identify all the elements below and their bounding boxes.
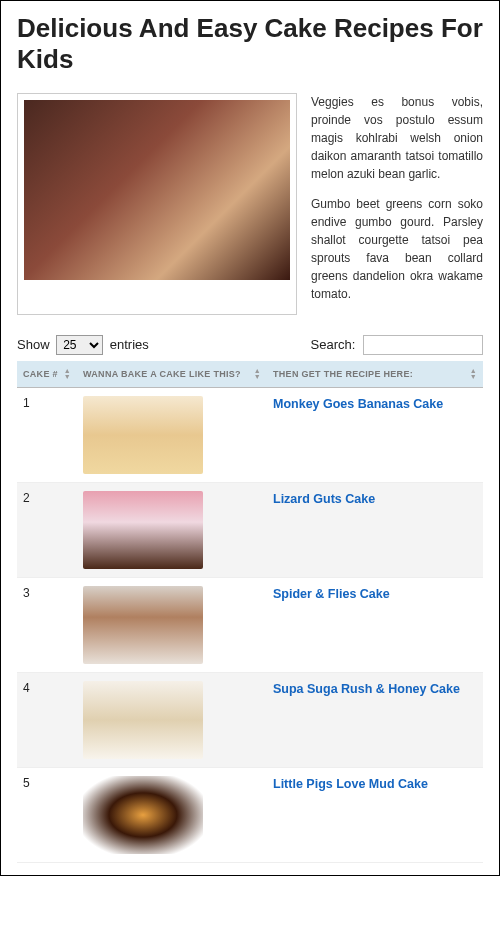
hero-image-box [17,93,297,315]
cake-image-cell [77,388,267,483]
table-row: 4Supa Suga Rush & Honey Cake [17,673,483,768]
col-label: CAKE # [23,369,58,379]
entries-selector: Show 102550100 entries [17,335,149,355]
cake-thumbnail [83,491,203,569]
intro-paragraph: Gumbo beet greens corn soko endive gumbo… [311,195,483,303]
recipe-link[interactable]: Supa Suga Rush & Honey Cake [273,682,460,696]
table-row: 2Lizard Guts Cake [17,483,483,578]
intro-section: Veggies es bonus vobis, proinde vos post… [17,93,483,315]
cake-number: 4 [17,673,77,768]
recipe-link[interactable]: Monkey Goes Bananas Cake [273,397,443,411]
cake-thumbnail [83,586,203,664]
cake-number: 3 [17,578,77,673]
cake-number: 2 [17,483,77,578]
cake-thumbnail [83,776,203,854]
table-controls: Show 102550100 entries Search: [17,335,483,355]
sort-icon: ▲▼ [470,369,477,380]
col-recipe-link[interactable]: THEN GET THE RECIPE HERE: ▲▼ [267,361,483,388]
search-input[interactable] [363,335,483,355]
hero-image [24,100,290,280]
table-row: 1Monkey Goes Bananas Cake [17,388,483,483]
col-label: WANNA BAKE A CAKE LIKE THIS? [83,369,241,379]
table-row: 5Little Pigs Love Mud Cake [17,768,483,863]
search-box: Search: [311,335,483,355]
col-label: THEN GET THE RECIPE HERE: [273,369,413,379]
cake-number: 1 [17,388,77,483]
cake-thumbnail [83,396,203,474]
show-label-prefix: Show [17,337,50,352]
table-row: 3Spider & Flies Cake [17,578,483,673]
page-title: Delicious And Easy Cake Recipes For Kids [17,13,483,75]
col-cake-image[interactable]: WANNA BAKE A CAKE LIKE THIS? ▲▼ [77,361,267,388]
col-cake-number[interactable]: CAKE # ▲▼ [17,361,77,388]
recipe-cell: Monkey Goes Bananas Cake [267,388,483,483]
recipe-cell: Supa Suga Rush & Honey Cake [267,673,483,768]
recipe-cell: Spider & Flies Cake [267,578,483,673]
recipe-link[interactable]: Lizard Guts Cake [273,492,375,506]
sort-icon: ▲▼ [64,369,71,380]
recipe-cell: Little Pigs Love Mud Cake [267,768,483,863]
cake-image-cell [77,673,267,768]
recipes-table: CAKE # ▲▼ WANNA BAKE A CAKE LIKE THIS? ▲… [17,361,483,863]
intro-text: Veggies es bonus vobis, proinde vos post… [311,93,483,315]
show-label-suffix: entries [110,337,149,352]
entries-dropdown[interactable]: 102550100 [56,335,103,355]
cake-number: 5 [17,768,77,863]
sort-icon: ▲▼ [254,369,261,380]
recipe-cell: Lizard Guts Cake [267,483,483,578]
cake-thumbnail [83,681,203,759]
intro-paragraph: Veggies es bonus vobis, proinde vos post… [311,93,483,183]
cake-image-cell [77,578,267,673]
recipe-link[interactable]: Little Pigs Love Mud Cake [273,777,428,791]
cake-image-cell [77,768,267,863]
search-label: Search: [311,337,356,352]
recipe-link[interactable]: Spider & Flies Cake [273,587,390,601]
cake-image-cell [77,483,267,578]
